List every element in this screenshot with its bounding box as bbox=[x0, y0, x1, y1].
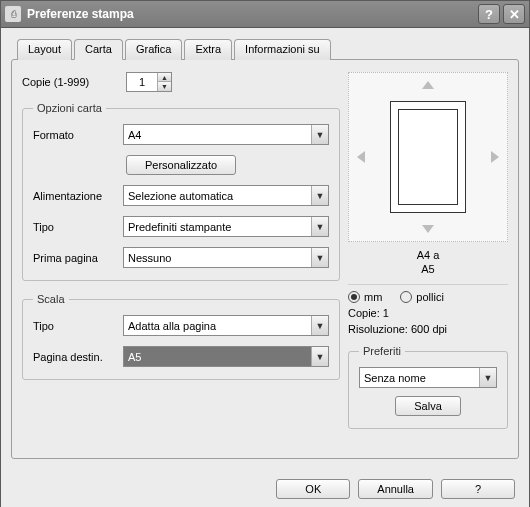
info-copies: Copie: 1 bbox=[348, 307, 508, 319]
paper-type-select[interactable]: Predefiniti stampante ▼ bbox=[123, 216, 329, 237]
preview-line2: A5 bbox=[348, 262, 508, 276]
chevron-down-icon: ▼ bbox=[311, 186, 328, 205]
page-preview bbox=[348, 72, 508, 242]
scale-group: Scala Tipo Adatta alla pagina ▼ Pagina d… bbox=[22, 293, 340, 380]
paper-options-group: Opzioni carta Formato A4 ▼ Personalizzat… bbox=[22, 102, 340, 281]
radio-inches[interactable] bbox=[400, 291, 412, 303]
page-inner bbox=[398, 109, 458, 205]
scale-dest-select[interactable]: A5 ▼ bbox=[123, 346, 329, 367]
radio-mm[interactable] bbox=[348, 291, 360, 303]
preview-line1: A4 a bbox=[348, 248, 508, 262]
ok-button[interactable]: OK bbox=[276, 479, 350, 499]
scale-dest-label: Pagina destin. bbox=[33, 351, 123, 363]
unit-inches[interactable]: pollici bbox=[400, 291, 444, 303]
tab-layout[interactable]: Layout bbox=[17, 39, 72, 60]
save-favorite-button[interactable]: Salva bbox=[395, 396, 461, 416]
chevron-down-icon: ▼ bbox=[479, 368, 496, 387]
favorites-legend: Preferiti bbox=[359, 345, 405, 357]
format-label: Formato bbox=[33, 129, 123, 141]
chevron-down-icon: ▼ bbox=[311, 347, 328, 366]
favorites-select[interactable]: Senza nome ▼ bbox=[359, 367, 497, 388]
arrow-up-icon bbox=[422, 81, 434, 89]
copies-input[interactable] bbox=[127, 73, 157, 91]
cancel-button[interactable]: Annulla bbox=[358, 479, 433, 499]
firstpage-select[interactable]: Nessuno ▼ bbox=[123, 247, 329, 268]
paper-options-legend: Opzioni carta bbox=[33, 102, 106, 114]
copies-up[interactable]: ▲ bbox=[158, 73, 171, 82]
arrow-down-icon bbox=[422, 225, 434, 233]
arrow-right-icon bbox=[491, 151, 499, 163]
tab-carta[interactable]: Carta bbox=[74, 39, 123, 60]
copies-spinner[interactable]: ▲ ▼ bbox=[126, 72, 172, 92]
format-select[interactable]: A4 ▼ bbox=[123, 124, 329, 145]
help-button[interactable]: ? bbox=[441, 479, 515, 499]
copies-label: Copie (1-999) bbox=[22, 76, 126, 88]
chevron-down-icon: ▼ bbox=[311, 316, 328, 335]
scale-type-label: Tipo bbox=[33, 320, 123, 332]
chevron-down-icon: ▼ bbox=[311, 125, 328, 144]
scale-legend: Scala bbox=[33, 293, 69, 305]
feed-label: Alimentazione bbox=[33, 190, 123, 202]
custom-format-button[interactable]: Personalizzato bbox=[126, 155, 236, 175]
paper-type-label: Tipo bbox=[33, 221, 123, 233]
tab-grafica[interactable]: Grafica bbox=[125, 39, 182, 60]
page-outer bbox=[390, 101, 466, 213]
copies-down[interactable]: ▼ bbox=[158, 82, 171, 91]
favorites-group: Preferiti Senza nome ▼ Salva bbox=[348, 345, 508, 429]
firstpage-label: Prima pagina bbox=[33, 252, 123, 264]
feed-select[interactable]: Selezione automatica ▼ bbox=[123, 185, 329, 206]
chevron-down-icon: ▼ bbox=[311, 217, 328, 236]
close-button[interactable]: ✕ bbox=[503, 4, 525, 24]
tab-info[interactable]: Informazioni su bbox=[234, 39, 331, 60]
scale-type-select[interactable]: Adatta alla pagina ▼ bbox=[123, 315, 329, 336]
tab-extra[interactable]: Extra bbox=[184, 39, 232, 60]
help-titlebar-button[interactable]: ? bbox=[478, 4, 500, 24]
arrow-left-icon bbox=[357, 151, 365, 163]
printer-icon: ⎙ bbox=[5, 6, 21, 22]
info-resolution: Risoluzione: 600 dpi bbox=[348, 323, 508, 335]
window-title: Preferenze stampa bbox=[27, 7, 475, 21]
unit-mm[interactable]: mm bbox=[348, 291, 382, 303]
chevron-down-icon: ▼ bbox=[311, 248, 328, 267]
